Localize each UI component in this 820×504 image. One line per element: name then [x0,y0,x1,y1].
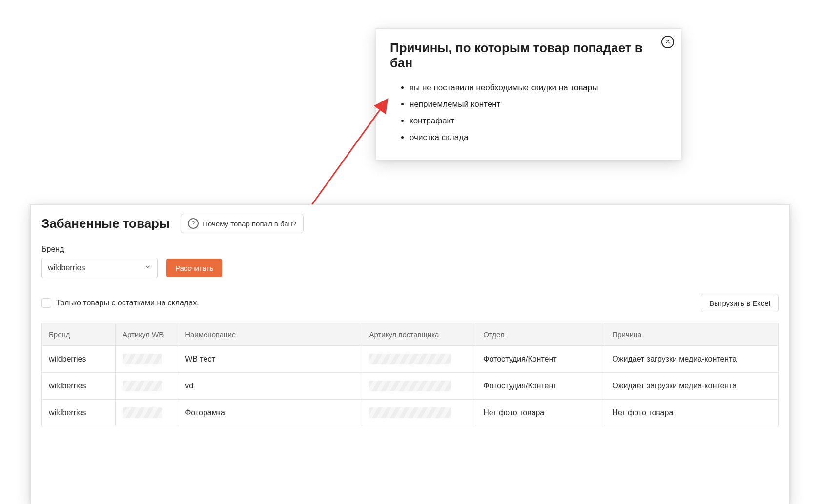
calculate-button[interactable]: Рассчитать [166,259,222,277]
question-icon: ? [188,218,199,229]
close-button[interactable] [661,36,674,48]
banned-products-table: Бренд Артикул WB Наименование Артикул по… [41,323,779,426]
cell-supplier-article [362,400,476,426]
cell-name: WB тест [178,346,362,373]
checkbox-box [41,298,51,308]
cell-name: vd [178,373,362,400]
cell-department: Фотостудия/Контент [476,346,605,373]
popover-item: неприемлемый контент [410,96,667,113]
cell-name: Фоторамка [178,400,362,426]
banned-products-panel: Забаненные товары ? Почему товар попал в… [30,204,790,504]
redacted-value [123,381,162,391]
popover-item: очистка склада [410,129,667,146]
cell-reason: Ожидает загрузки медиа-контента [605,346,779,373]
cell-article-wb [115,373,178,400]
cell-reason: Нет фото товара [605,400,779,426]
col-article-wb[interactable]: Артикул WB [115,323,178,346]
cell-department: Фотостудия/Контент [476,373,605,400]
col-brand[interactable]: Бренд [42,323,116,346]
brand-field-label: Бренд [41,245,779,254]
only-stock-label: Только товары с остатками на складах. [56,299,199,307]
popover-item: вы не поставили необходимые скидки на то… [410,80,667,96]
col-name[interactable]: Наименование [178,323,362,346]
ban-reasons-popover: Причины, по которым товар попадает в бан… [376,28,681,160]
only-stock-checkbox[interactable]: Только товары с остатками на складах. [41,298,199,308]
cell-reason: Ожидает загрузки медиа-контента [605,373,779,400]
cell-brand: wildberries [42,346,116,373]
popover-item: контрафакт [410,113,667,129]
brand-select-value: wildberries [48,263,85,272]
cell-article-wb [115,400,178,426]
page-title: Забаненные товары [41,216,170,231]
redacted-value [123,407,162,418]
close-icon [665,38,671,46]
why-banned-chip[interactable]: ? Почему товар попал в бан? [181,214,304,233]
redacted-value [369,354,451,364]
chevron-down-icon [144,263,151,272]
cell-article-wb [115,346,178,373]
redacted-value [123,354,162,364]
table-row: wildberries vd Фотостудия/Контент Ожидае… [42,373,779,400]
cell-brand: wildberries [42,373,116,400]
col-department[interactable]: Отдел [476,323,605,346]
table-row: wildberries Фоторамка Нет фото товара Не… [42,400,779,426]
cell-department: Нет фото товара [476,400,605,426]
col-supplier-article[interactable]: Артикул поставщика [362,323,476,346]
table-row: wildberries WB тест Фотостудия/Контент О… [42,346,779,373]
redacted-value [369,407,451,418]
cell-brand: wildberries [42,400,116,426]
redacted-value [369,381,451,391]
cell-supplier-article [362,346,476,373]
why-banned-label: Почему товар попал в бан? [203,220,296,228]
cell-supplier-article [362,373,476,400]
brand-select[interactable]: wildberries [41,258,158,278]
col-reason[interactable]: Причина [605,323,779,346]
popover-title: Причины, по которым товар попадает в бан [390,40,667,71]
export-excel-button[interactable]: Выгрузить в Excel [701,294,779,312]
popover-list: вы не поставили необходимые скидки на то… [390,80,667,146]
